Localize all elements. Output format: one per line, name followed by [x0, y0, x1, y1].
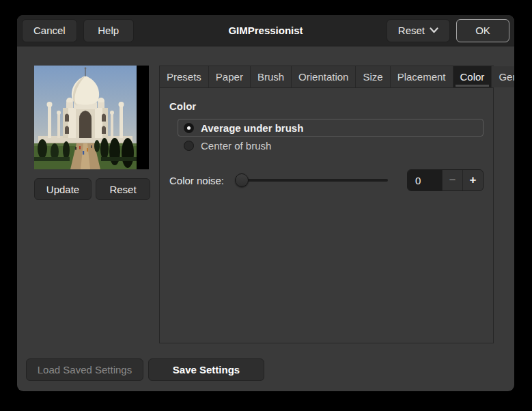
radio-button-icon[interactable]	[184, 123, 194, 133]
tab-paper[interactable]: Paper	[209, 66, 251, 87]
cancel-button[interactable]: Cancel	[22, 19, 77, 42]
color-noise-row: Color noise: 0 − +	[169, 169, 484, 191]
radio-center-of-brush[interactable]: Center of brush	[178, 137, 484, 154]
slider-track[interactable]	[235, 179, 388, 182]
tab-size[interactable]: Size	[356, 66, 390, 87]
increment-button[interactable]: +	[462, 170, 483, 190]
settings-notebook: Presets Paper Brush Orientation Size Pla…	[159, 66, 494, 343]
taj-mahal-illustration	[34, 66, 137, 169]
chevron-down-icon	[430, 27, 438, 33]
radio-average-under-brush[interactable]: Average under brush	[178, 119, 484, 137]
load-saved-settings-button[interactable]: Load Saved Settings	[26, 358, 143, 381]
gimpressionist-dialog: Cancel Help GIMPressionist Reset OK	[17, 15, 514, 391]
dialog-body: Update Reset Presets Paper Brush Orienta…	[17, 46, 514, 391]
color-section-title: Color	[169, 100, 484, 112]
color-noise-slider[interactable]	[235, 169, 388, 191]
tab-general[interactable]: General	[492, 66, 514, 87]
help-button[interactable]: Help	[83, 19, 134, 42]
decrement-button[interactable]: −	[442, 170, 462, 190]
minus-icon: −	[449, 173, 456, 187]
reset-menu-button[interactable]: Reset	[387, 19, 450, 42]
save-settings-button[interactable]: Save Settings	[148, 358, 264, 381]
radio-button-icon[interactable]	[184, 141, 194, 151]
tab-strip: Presets Paper Brush Orientation Size Pla…	[160, 66, 493, 88]
color-noise-label: Color noise:	[169, 175, 235, 186]
reset-menu-label: Reset	[398, 25, 425, 36]
tab-brush[interactable]: Brush	[251, 66, 292, 87]
headerbar: Cancel Help GIMPressionist Reset OK	[17, 15, 514, 46]
screen-background: Cancel Help GIMPressionist Reset OK	[0, 0, 532, 411]
ok-button[interactable]: OK	[456, 19, 509, 42]
headerbar-actions: Reset OK	[387, 19, 509, 42]
preview-actions: Update Reset	[34, 178, 150, 200]
tab-color[interactable]: Color	[453, 66, 492, 87]
color-noise-spinbox: 0 − +	[407, 169, 484, 191]
radio-average-label: Average under brush	[201, 122, 303, 134]
dialog-footer: Load Saved Settings Save Settings	[26, 358, 264, 381]
preview-image	[34, 66, 149, 169]
slider-handle[interactable]	[235, 173, 249, 187]
tab-placement[interactable]: Placement	[391, 66, 453, 87]
update-button[interactable]: Update	[34, 178, 92, 200]
tab-presets[interactable]: Presets	[160, 66, 209, 87]
radio-center-label: Center of brush	[201, 140, 271, 152]
color-tab-content: Color Average under brush Center of brus…	[160, 88, 493, 199]
preview-reset-button[interactable]: Reset	[96, 178, 150, 200]
tab-orientation[interactable]: Orientation	[292, 66, 356, 87]
color-noise-value[interactable]: 0	[408, 170, 442, 190]
plus-icon: +	[470, 173, 477, 187]
